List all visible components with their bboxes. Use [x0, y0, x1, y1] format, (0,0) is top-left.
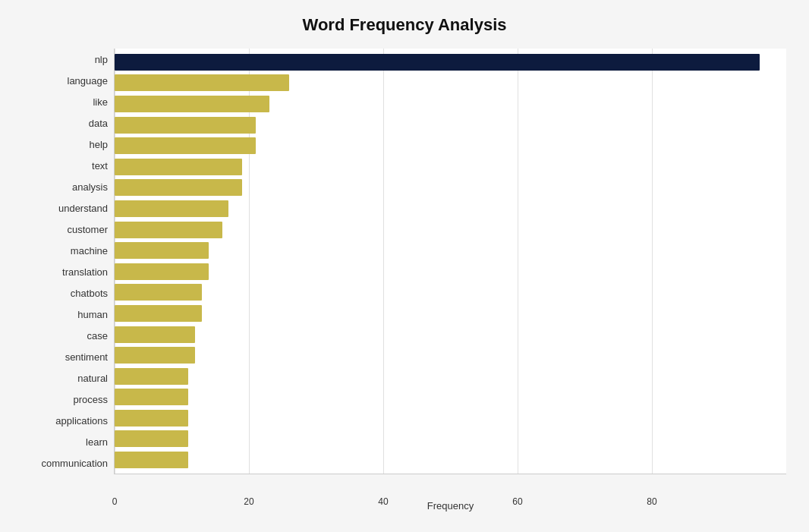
- bar-row: [115, 429, 786, 449]
- y-label: help: [89, 134, 108, 155]
- bar-sentiment: [115, 347, 195, 364]
- bar-row: [115, 94, 786, 114]
- y-label: customer: [68, 219, 108, 240]
- bar-communication: [115, 452, 188, 468]
- x-axis-title: Frequency: [115, 500, 786, 512]
- bar-row: [115, 199, 786, 219]
- bar-help: [115, 137, 256, 154]
- bar-row: [115, 52, 786, 72]
- y-label: language: [68, 70, 109, 91]
- bar-machine: [115, 242, 209, 259]
- bar-process: [115, 389, 188, 405]
- bars-and-grid: 020406080 Frequency: [114, 49, 786, 474]
- bar-row: [115, 220, 786, 240]
- y-axis-labels: nlplanguagelikedatahelptextanalysisunder…: [23, 49, 114, 474]
- y-label: applications: [55, 411, 108, 432]
- bar-natural: [115, 368, 188, 385]
- bar-row: [115, 387, 786, 407]
- bar-like: [115, 96, 269, 112]
- y-label: text: [92, 155, 108, 176]
- bar-learn: [115, 430, 188, 447]
- y-label: natural: [77, 368, 108, 389]
- y-label: process: [73, 389, 108, 411]
- chart-area: nlplanguagelikedatahelptextanalysisunder…: [23, 49, 786, 474]
- bar-row: [115, 115, 786, 135]
- y-label: chatbots: [71, 283, 108, 304]
- bar-row: [115, 262, 786, 282]
- bar-customer: [115, 222, 222, 238]
- bars-container: [115, 49, 786, 474]
- chart-container: Word Frequency Analysis nlplanguageliked…: [0, 0, 809, 532]
- bar-row: [115, 73, 786, 93]
- bar-applications: [115, 410, 188, 427]
- y-label: communication: [42, 453, 108, 474]
- y-label: learn: [86, 432, 108, 453]
- y-label: analysis: [72, 176, 108, 197]
- bar-row: [115, 325, 786, 345]
- bar-row: [115, 157, 786, 177]
- bar-row: [115, 304, 786, 323]
- y-label: translation: [62, 261, 108, 282]
- bar-row: [115, 178, 786, 197]
- y-label: machine: [71, 240, 108, 261]
- bar-row: [115, 450, 786, 470]
- bar-nlp: [115, 54, 760, 71]
- bar-text: [115, 159, 242, 175]
- bar-row: [115, 241, 786, 260]
- y-label: human: [77, 304, 108, 326]
- y-label: case: [87, 326, 108, 347]
- bar-row: [115, 136, 786, 156]
- bar-language: [115, 74, 289, 91]
- bar-understand: [115, 200, 228, 217]
- chart-title: Word Frequency Analysis: [23, 15, 786, 35]
- y-label: sentiment: [65, 347, 108, 368]
- bar-row: [115, 367, 786, 386]
- bar-row: [115, 282, 786, 302]
- bar-analysis: [115, 179, 242, 196]
- y-label: nlp: [95, 49, 108, 70]
- bar-translation: [115, 263, 209, 280]
- bar-row: [115, 345, 786, 365]
- bar-data: [115, 117, 256, 134]
- bar-human: [115, 305, 202, 322]
- bar-case: [115, 326, 195, 343]
- bar-row: [115, 408, 786, 428]
- y-label: like: [93, 91, 108, 112]
- y-label: understand: [58, 197, 108, 219]
- y-label: data: [89, 112, 108, 134]
- bar-chatbots: [115, 284, 202, 301]
